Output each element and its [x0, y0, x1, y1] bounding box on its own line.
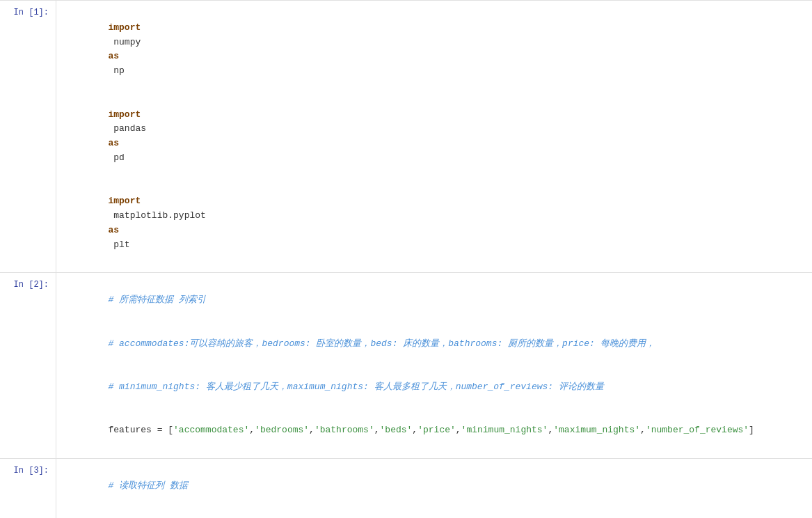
code-comment: # accommodates:可以容纳的旅客，bedrooms: 卧室的数量，b… — [65, 322, 804, 366]
keyword: import — [108, 22, 141, 33]
code-text: , — [412, 425, 417, 435]
code-text: features = [ — [108, 425, 173, 435]
cell-1: In [1]: import numpy as np import pandas… — [0, 0, 812, 272]
code-text: , — [249, 425, 255, 435]
string-val: 'minimum_nights' — [461, 425, 548, 435]
cell-2-content: # 所需特征数据 列索引 # accommodates:可以容纳的旅客，bedr… — [56, 273, 812, 458]
cell-3-label: In [3]: — [0, 459, 56, 518]
code-line: import numpy as np — [65, 6, 804, 93]
code-features: features = ['accommodates','bedrooms','b… — [65, 409, 804, 453]
cell-1-content: import numpy as np import pandas as pd i… — [56, 1, 812, 272]
code-comment: # 读取特征列 数据 — [65, 464, 804, 508]
code-text: pandas — [108, 123, 151, 134]
comment-text: # 读取特征列 数据 — [108, 480, 187, 491]
string-val: 'number_of_reviews' — [646, 425, 749, 435]
string-val: 'price' — [417, 425, 456, 435]
code-comment: # minimum_nights: 客人最少租了几天，maximum_night… — [65, 366, 804, 409]
code-line: import pandas as pd — [65, 93, 804, 180]
string-val: 'bathrooms' — [315, 425, 374, 435]
string-val: 'beds' — [380, 425, 413, 435]
cell-2-label: In [2]: — [0, 273, 56, 458]
code-text: matplotlib.pyplot — [108, 210, 211, 221]
comment-text: # minimum_nights: 客人最少租了几天，maximum_night… — [108, 382, 603, 392]
cell-2: In [2]: # 所需特征数据 列索引 # accommodates:可以容纳… — [0, 272, 812, 458]
keyword: as — [108, 225, 119, 235]
string-val: 'maximum_nights' — [553, 425, 640, 435]
comment-text: # 所需特征数据 列索引 — [108, 295, 205, 305]
string-val: 'bedrooms' — [255, 425, 309, 435]
keyword: as — [108, 51, 119, 61]
string-val: 'accommodates' — [173, 425, 249, 435]
code-read-csv: air_df = pd.read_csv('listings.csv', use… — [65, 508, 804, 518]
keyword: as — [108, 138, 119, 148]
code-text: np — [108, 65, 124, 76]
code-text: pd — [108, 152, 124, 163]
code-text: , — [374, 425, 380, 435]
cell-3-content: # 读取特征列 数据 air_df = pd.read_csv('listing… — [56, 459, 812, 518]
code-text: , — [640, 425, 646, 435]
code-line: import matplotlib.pyplot as plt — [65, 180, 804, 267]
notebook: In [1]: import numpy as np import pandas… — [0, 0, 812, 518]
code-text: , — [309, 425, 315, 435]
cell-1-label: In [1]: — [0, 1, 56, 272]
code-text: , — [456, 425, 461, 435]
code-text: ] — [749, 425, 754, 435]
code-text: numpy — [108, 37, 146, 47]
cell-3: In [3]: # 读取特征列 数据 air_df = pd.read_csv(… — [0, 458, 812, 518]
code-text: plt — [108, 240, 129, 250]
keyword: import — [108, 109, 141, 120]
keyword: import — [108, 196, 141, 206]
code-comment: # 所需特征数据 列索引 — [65, 278, 804, 322]
comment-text: # accommodates:可以容纳的旅客，bedrooms: 卧室的数量，b… — [108, 338, 654, 349]
